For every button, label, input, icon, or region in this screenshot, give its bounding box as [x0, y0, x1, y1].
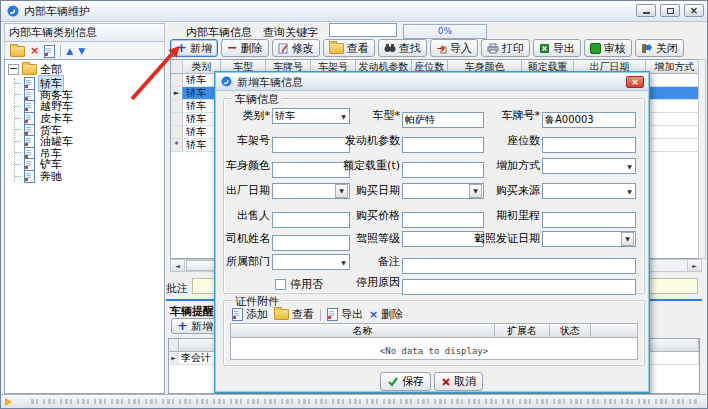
close-panel-button[interactable]: 关闭: [635, 39, 684, 57]
modify-button[interactable]: 修改: [272, 39, 320, 57]
minimize-icon[interactable]: [636, 4, 656, 17]
delete-category-icon[interactable]: ×: [30, 46, 39, 56]
seller-label: 出售人: [217, 208, 270, 224]
attachment-delete-button[interactable]: ×删除: [369, 307, 403, 322]
dialog-close-icon[interactable]: ×: [626, 76, 644, 88]
dialog-titlebar: 新增车辆信息 ×: [216, 73, 648, 91]
exit-door-icon: [641, 43, 653, 54]
license-grade-label: 驾照等级: [333, 231, 400, 247]
attachment-export-button[interactable]: 导出: [327, 307, 363, 322]
att-col-name[interactable]: 名称: [231, 324, 495, 337]
new-folder-icon[interactable]: [10, 46, 25, 57]
save-button[interactable]: 保存: [380, 372, 431, 391]
mileage-input[interactable]: [542, 212, 636, 228]
attachment-view-button[interactable]: 查看: [274, 307, 314, 322]
att-col-status[interactable]: 状态: [550, 324, 591, 337]
collapse-icon[interactable]: [8, 64, 19, 75]
add-method-select[interactable]: ▼: [542, 158, 636, 174]
audit-button[interactable]: 审核: [584, 39, 632, 57]
prod-date-label: 出厂日期: [217, 183, 270, 199]
scroll-left-icon[interactable]: ◄: [171, 260, 185, 271]
export-file-icon: [327, 308, 338, 321]
delete-button[interactable]: −删除: [221, 39, 269, 57]
remark-input[interactable]: [402, 258, 636, 274]
att-col-ext[interactable]: 扩展名: [495, 324, 550, 337]
add-vehicle-dialog: 新增车辆信息 × 车辆信息 类别* 轿车▼ 车型* 车牌号* 车架号 发动机参数…: [214, 71, 650, 393]
buy-date-label: 购买日期: [333, 183, 400, 199]
category-tree: 全部 轿车 商务车 越野车 皮卡车 货车 油罐车 吊车 铲车 奔驰: [4, 59, 165, 394]
disable-reason-input[interactable]: [402, 279, 636, 295]
col-add-method[interactable]: 增加方式: [646, 60, 702, 73]
progress-bar: 0%: [403, 24, 487, 39]
status-bar: [1, 394, 707, 408]
reminder-title: 车辆提醒: [170, 304, 214, 319]
window-title: 内部车辆维护: [24, 4, 90, 19]
attachments-table: 名称 扩展名 状态 <No data to display>: [230, 323, 638, 360]
printer-icon: [487, 43, 499, 54]
import-icon: [436, 43, 447, 54]
export-button[interactable]: 导出: [533, 39, 581, 57]
folder-icon: [274, 309, 289, 320]
chevron-down-icon: ▼: [621, 232, 634, 246]
frame-label: 车架号: [217, 133, 270, 149]
import-button[interactable]: 导入: [430, 39, 478, 57]
new-row-marker: *: [171, 139, 183, 151]
find-button[interactable]: 查找: [378, 39, 427, 57]
app-icon: [7, 5, 19, 17]
delete-x-icon: ×: [369, 310, 378, 320]
plate-input[interactable]: [542, 112, 636, 128]
app-window: 内部车辆维护 × 内部车辆类别信息 × ▲ ▼ 全部 轿车 商务车: [0, 0, 708, 409]
cancel-button[interactable]: 取消: [434, 372, 483, 391]
seats-input[interactable]: [542, 137, 636, 153]
folder-icon: [22, 64, 37, 75]
binoculars-icon: [384, 43, 396, 53]
check-icon: [387, 376, 399, 387]
mileage-label: 期初里程: [465, 208, 540, 224]
attachments-header-row: 名称 扩展名 状态: [231, 324, 637, 338]
model-label: 车型*: [333, 108, 400, 124]
chevron-down-icon: ▼: [624, 163, 635, 170]
vehicle-info-group-title: 车辆信息: [232, 92, 282, 107]
move-up-icon[interactable]: ▲: [66, 47, 73, 56]
notes-label: 批注: [166, 281, 188, 296]
disable-label: 停用否: [290, 277, 323, 292]
maximize-icon[interactable]: [660, 4, 680, 17]
x-icon: [441, 377, 451, 387]
search-input[interactable]: [329, 23, 397, 37]
chevron-down-icon: ▼: [624, 188, 635, 195]
license-date-picker[interactable]: ▼: [542, 231, 636, 247]
add-file-icon: [232, 308, 243, 321]
buy-source-select[interactable]: ▼: [542, 183, 636, 199]
disable-checkbox[interactable]: [275, 279, 286, 290]
seats-label: 座位数: [465, 133, 540, 149]
status-arrow-icon: [5, 398, 12, 406]
buy-source-label: 购买来源: [465, 183, 540, 199]
edit-icon: [278, 43, 289, 54]
dialog-title: 新增车辆信息: [237, 75, 303, 90]
dialog-icon: [221, 76, 232, 87]
vehicle-toolbar: +新增 −删除 修改 查看 查找 导入 打印 导出 审核 关闭: [170, 38, 684, 58]
category-label: 类别*: [217, 108, 270, 124]
driver-label: 司机姓名: [217, 231, 270, 247]
annotation-arrow: [123, 39, 193, 109]
attachment-add-button[interactable]: 添加: [232, 307, 268, 322]
remark-label: 备注: [333, 254, 400, 270]
edit-category-icon[interactable]: [44, 45, 55, 58]
vertical-scrollbar[interactable]: [698, 59, 706, 259]
row-marker-icon: ►: [169, 352, 179, 364]
view-button[interactable]: 查看: [323, 39, 375, 57]
empty-table-message: <No data to display>: [231, 346, 637, 356]
color-label: 车身颜色: [217, 158, 270, 174]
load-label: 额定载重(t): [333, 158, 400, 174]
scroll-right-icon[interactable]: ►: [687, 260, 701, 271]
folder-icon: [329, 43, 344, 54]
license-date-label: 驾照发证日期: [465, 231, 540, 247]
disable-reason-label: 停用原因: [333, 275, 400, 291]
vehicle-panel-header: 内部车辆信息 查询关键字 0%: [166, 23, 706, 39]
print-button[interactable]: 打印: [481, 39, 530, 57]
engine-label: 发动机参数: [333, 133, 400, 149]
tree-item-benz[interactable]: 奔驰: [15, 171, 164, 183]
close-icon[interactable]: ×: [684, 4, 704, 17]
move-down-icon[interactable]: ▼: [78, 47, 85, 56]
audit-icon: [590, 43, 601, 54]
